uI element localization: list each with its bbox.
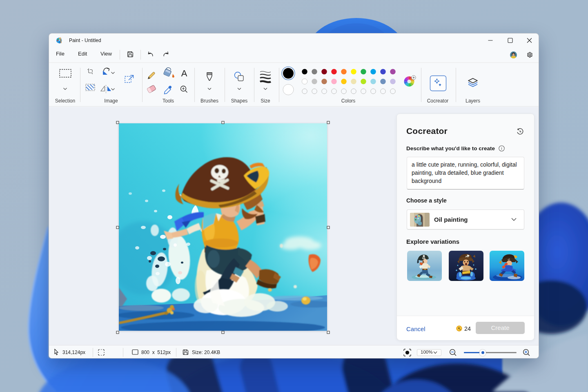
svg-text:A: A [181, 68, 187, 78]
